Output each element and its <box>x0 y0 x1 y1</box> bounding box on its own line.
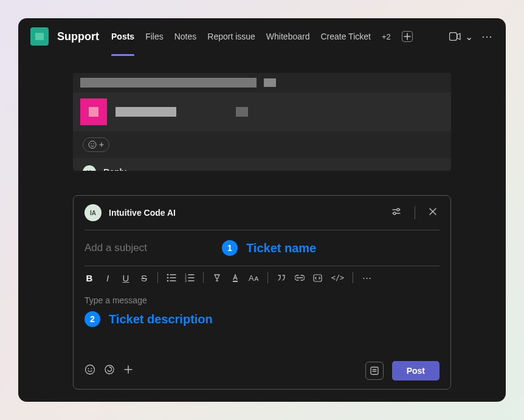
svg-text:3: 3 <box>185 279 187 282</box>
tab-posts[interactable]: Posts <box>111 29 134 44</box>
composer-footer: Post <box>74 353 450 389</box>
divider <box>267 272 268 283</box>
app-icon <box>30 27 49 46</box>
font-color-button[interactable] <box>230 274 240 282</box>
meet-button[interactable]: ⌄ <box>449 31 473 43</box>
annotation-text-2: Ticket description <box>109 312 213 326</box>
code-snippet-icon <box>313 274 322 282</box>
highlighter-icon <box>213 274 221 282</box>
code-snippet-button[interactable] <box>313 274 323 282</box>
plus-small-icon <box>99 142 104 147</box>
link-icon <box>295 275 305 281</box>
app-title: Support <box>57 30 99 43</box>
link-button[interactable] <box>295 275 305 281</box>
content-area: IA Reply IA Intuitive Code AI <box>18 55 506 402</box>
svg-point-7 <box>167 277 169 279</box>
app-window: Support Posts Files Notes Report issue W… <box>18 18 506 402</box>
numbered-list-icon: 123 <box>185 274 195 282</box>
tab-whiteboard[interactable]: Whiteboard <box>266 29 310 44</box>
font-size-button[interactable]: Aᴀ <box>249 274 259 283</box>
video-icon <box>449 32 461 41</box>
bullet-list-icon <box>167 274 176 282</box>
avatar-initials: IA <box>87 169 92 171</box>
tabs: Posts Files Notes Report issue Whiteboar… <box>111 29 441 44</box>
prior-thread: IA Reply <box>73 73 451 171</box>
tab-create-ticket[interactable]: Create Ticket <box>320 29 370 44</box>
svg-point-3 <box>93 143 94 145</box>
reply-button[interactable]: IA Reply <box>73 158 451 171</box>
attach-button[interactable] <box>123 365 133 377</box>
message-composer: IA Intuitive Code AI 1 Ticket name B I <box>73 195 451 390</box>
tab-overflow-count[interactable]: +2 <box>382 32 391 41</box>
tab-files[interactable]: Files <box>145 29 164 44</box>
emoji-icon <box>84 364 95 375</box>
chevron-down-icon: ⌄ <box>465 31 473 43</box>
svg-point-8 <box>167 280 169 282</box>
reply-label: Reply <box>103 167 126 171</box>
subject-row: 1 Ticket name <box>74 230 450 266</box>
quote-button[interactable] <box>277 274 286 281</box>
svg-point-17 <box>105 365 114 374</box>
annotation-row-2: 2 Ticket description <box>84 311 440 327</box>
body-placeholder: Type a message <box>84 295 440 305</box>
loop-icon <box>104 364 115 375</box>
blurred-row-2 <box>73 92 451 131</box>
tab-notes[interactable]: Notes <box>174 29 197 44</box>
svg-point-4 <box>397 208 399 211</box>
svg-rect-18 <box>371 367 378 374</box>
message-body-area[interactable]: Type a message 2 Ticket description <box>74 289 450 329</box>
close-icon <box>429 207 437 216</box>
quote-icon <box>277 274 286 281</box>
svg-rect-12 <box>233 281 238 282</box>
sliders-icon <box>391 207 401 216</box>
plus-icon <box>123 365 133 374</box>
bullet-list-button[interactable] <box>167 274 176 282</box>
reply-avatar: IA <box>83 165 96 171</box>
composer-avatar: IA <box>84 204 102 221</box>
tab-add-button[interactable] <box>402 31 413 42</box>
tab-report-issue[interactable]: Report issue <box>207 29 255 44</box>
format-icon <box>370 366 379 376</box>
svg-point-15 <box>88 368 89 370</box>
emoji-button[interactable] <box>84 364 95 377</box>
numbered-list-button[interactable]: 123 <box>185 274 195 282</box>
svg-point-1 <box>89 141 96 148</box>
annotation-text-1: Ticket name <box>246 241 316 255</box>
svg-rect-0 <box>450 33 457 41</box>
composer-close-button[interactable] <box>426 205 440 221</box>
italic-button[interactable]: I <box>103 273 112 283</box>
svg-point-5 <box>393 212 396 215</box>
subject-input[interactable] <box>84 242 213 254</box>
annotation-badge-2: 2 <box>84 311 100 327</box>
annotation-badge-1: 1 <box>222 240 238 256</box>
add-reaction-button[interactable] <box>83 137 109 152</box>
strike-button[interactable]: S <box>139 273 149 283</box>
highlight-button[interactable] <box>212 274 222 282</box>
emoji-icon <box>88 140 97 149</box>
svg-point-6 <box>167 274 169 276</box>
plus-icon <box>404 33 411 40</box>
divider <box>157 272 158 283</box>
code-block-button[interactable]: </> <box>331 274 345 282</box>
svg-point-14 <box>86 365 95 374</box>
post-button[interactable]: Post <box>392 361 440 380</box>
svg-point-2 <box>91 143 92 145</box>
format-toggle-button[interactable] <box>365 362 384 380</box>
composer-options-button[interactable] <box>389 204 404 221</box>
font-color-icon <box>231 274 240 282</box>
svg-point-16 <box>91 368 92 370</box>
composer-author: Intuitive Code AI <box>109 208 382 218</box>
reaction-row <box>73 131 451 158</box>
topbar-right: ⌄ ⋯ <box>449 30 494 43</box>
topbar: Support Posts Files Notes Report issue W… <box>18 18 506 55</box>
loop-button[interactable] <box>104 364 115 377</box>
underline-button[interactable]: U <box>121 273 131 283</box>
divider <box>415 206 415 219</box>
topbar-more-button[interactable]: ⋯ <box>481 30 494 43</box>
blurred-row-1 <box>73 73 451 92</box>
composer-header: IA Intuitive Code AI <box>74 196 450 230</box>
divider <box>203 272 204 283</box>
bold-button[interactable]: B <box>84 273 94 283</box>
toolbar-more-button[interactable]: ⋯ <box>362 272 371 283</box>
divider <box>353 272 353 283</box>
